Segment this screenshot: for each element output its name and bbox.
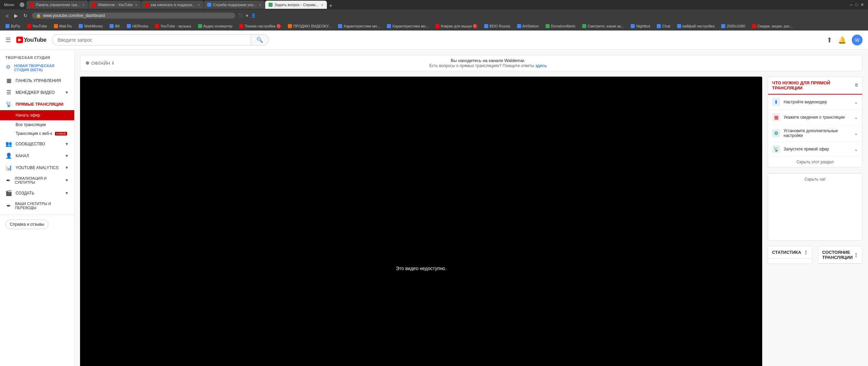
sidebar-item-new-studio[interactable]: ⚙ НОВАЯ ТВОРЧЕСКАЯ СТУДИЯ (БЕТА) [0,61,74,75]
bookmark-youtube[interactable]: YouTube [24,23,50,29]
bookmark-artstation[interactable]: ArtStation [514,23,541,29]
browser-tab-3[interactable]: как написать в поддерж... ✕ [141,1,203,9]
create-expand-icon[interactable]: ▼ [65,191,69,196]
sidebar-item-subtitles[interactable]: ✒ ВАШИ СУБТИТРЫ И ПЕРЕВОДЫ [0,199,74,212]
bookmark-chars2[interactable]: Характеристики мо... [384,23,431,29]
bookmark-resolution[interactable]: 868x366 [718,23,748,29]
bell-icon[interactable]: 🔔 [838,36,846,44]
tab-label-2: Waldemar - YouTube [98,3,133,7]
bookmark-nightbot[interactable]: Nightbot [628,23,653,29]
browser-tab-4[interactable]: Служба поддержки you... ✕ [204,1,265,9]
hide-chat-btn[interactable]: Скрыть чат [768,173,862,185]
yt-search-button[interactable]: 🔍 [251,34,269,45]
sidebar-item-channel[interactable]: 👤 КАНАЛ ▼ [0,150,74,162]
bookmark-webmoney[interactable]: WebMoney [76,23,105,29]
browser-tab-5[interactable]: Задать вопрос - Справк... ✕ [265,1,327,9]
yt-logo-icon: ▶ [16,37,23,43]
community-expand-icon[interactable]: ▼ [65,142,69,146]
sidebar-item-dashboard[interactable]: ▦ ПАНЕЛЬ УПРАВЛЕНИЯ [0,75,74,86]
tab-label-1: Панель управления тра... [36,3,80,7]
address-icons: ⬛ ★ 👤 [238,13,256,18]
what-needed-dots[interactable]: ⠿ [855,83,858,88]
bookmark-hdrezka[interactable]: HDRezka [124,23,151,29]
bookmark-ytmusic[interactable]: YouTube - музыка [152,23,194,29]
yt-search-input[interactable] [52,34,251,45]
feedback-button[interactable]: Справка и отзывы [5,220,48,229]
bookmark-chat[interactable]: Chat [654,23,673,29]
needed-item-start[interactable]: 📡 Запустите прямой эфир ⌄ [768,142,862,157]
yt-header-left: ☰ ▶ YouTube BY [5,36,46,44]
bookmark-audio[interactable]: Аудио конвертер [195,23,235,29]
bookmark-star-icon[interactable]: ★ [245,13,249,18]
sidebar-item-localization[interactable]: ✒ ЛОКАЛИЗАЦИЯ И СУБТИТРЫ ▼ [0,174,74,187]
win-btn-1[interactable] [20,2,24,7]
localization-expand-icon[interactable]: ▼ [65,178,69,183]
back-button[interactable]: ◀ [3,12,10,19]
user-avatar[interactable]: W [852,35,863,45]
needed-item-settings[interactable]: ⚙ Установите дополнительные настройки ⌄ [768,125,862,142]
bookmark-bdo[interactable]: BDO Russia [481,23,513,29]
bookmark-sell[interactable]: ПРОДАЮ ВИДЕОКУ... [285,23,334,29]
bookmark-mousepad[interactable]: Коврик для мыши 🔴 [433,23,480,29]
hamburger-menu[interactable]: ☰ [5,36,11,44]
bookmark-discounts[interactable]: Скидки, акции, рас... [749,23,796,29]
tab-close-3[interactable]: ✕ [197,3,200,7]
tab-close-1[interactable]: ✕ [82,3,85,7]
sidebar-item-analytics[interactable]: 📊 YOUTUBE ANALYTICS ▼ [0,162,74,174]
bookmark-mailru[interactable]: Mail.Ru [51,23,75,29]
video-manager-expand-icon[interactable]: ▼ [65,90,69,95]
maximize-button[interactable]: □ [855,2,858,7]
bookmark-wifi[interactable]: вайфай настройка [674,23,717,29]
bookmark-tuning[interactable]: Тонкая настройка 🔴 [237,23,284,29]
tab-close-2[interactable]: ✕ [135,3,138,7]
status-offline: ОФЛАЙН ℹ [86,61,114,66]
sidebar-subitem-all-streams[interactable]: Все трансляции [0,120,74,129]
browser-tab-1[interactable]: Панель управления тра... ✕ [26,1,88,9]
bookmark-byfly[interactable]: ByFly [3,23,23,29]
close-button[interactable]: ✕ [861,2,864,7]
extensions-icon[interactable]: ⬛ [238,13,243,18]
sidebar-item-live[interactable]: 📡 ПРЯМЫЕ ТРАНСЛЯЦИИ [0,98,74,110]
sidebar-item-video-manager[interactable]: ☰ МЕНЕДЖЕР ВИДЕО ▼ [0,86,74,98]
browser-tab-2[interactable]: Waldemar - YouTube ✕ [88,1,141,9]
bookmark-icon-audio [198,24,202,28]
bookmark-donationalerts[interactable]: DonationAlerts [543,23,578,29]
analytics-expand-icon[interactable]: ▼ [65,165,69,170]
yt-logo[interactable]: ▶ YouTube BY [16,37,46,43]
main-panel: Это видео недоступно. ▶ 🔇 ● В ЭФИРЕ 📷 ⚙ … [80,77,762,366]
tab-close-5[interactable]: ✕ [321,3,323,7]
sidebar-item-community[interactable]: 👥 СООБЩЕСТВО ▼ [0,138,74,150]
status-info-icon[interactable]: ℹ [112,61,114,65]
stream-status-dots[interactable]: ⋮ [854,252,858,258]
bookmark-icon-bk [110,24,114,28]
bookmark-icon-ytmusic [155,24,159,28]
status-help-link[interactable]: здесь [535,63,547,68]
yt-search-wrap: 🔍 [52,34,269,45]
upload-icon[interactable]: ⬆ [827,36,832,44]
bookmark-sale[interactable]: Смотрите, какая ак... [579,23,627,29]
user-profile-icon[interactable]: 👤 [251,13,256,18]
sidebar-item-create[interactable]: 🎬 СОЗДАТЬ ▼ [0,187,74,199]
needed-item-encoder[interactable]: ⬇ Настройте видеокодер ⌄ [768,95,862,110]
sidebar-subitem-webcam[interactable]: Трансляция с веб-к НОВОЕ [0,129,74,138]
new-tab-button[interactable]: + [327,3,334,9]
bookmark-chars1[interactable]: Характеристики мо... [335,23,382,29]
tabs-container: Панель управления тра... ✕ Waldemar - Yo… [26,1,847,9]
minimize-button[interactable]: ─ [850,2,853,7]
additional-settings-label: Установите дополнительные настройки [784,128,851,138]
sidebar-icon-analytics: 📊 [5,164,12,171]
address-input[interactable] [43,13,231,18]
refresh-button[interactable]: ↻ [22,12,29,19]
channel-expand-icon[interactable]: ▼ [65,154,69,158]
tab-close-4[interactable]: ✕ [259,3,261,7]
stats-dots[interactable]: ⋮ [804,250,808,255]
bookmark-label-sell: ПРОДАЮ ВИДЕОКУ... [293,24,331,28]
bookmark-bk[interactable]: BK [107,23,123,29]
status-bar: ОФЛАЙН ℹ Вы находитесь на канале Waldema… [80,55,863,71]
needed-item-info[interactable]: ▦ Укажите сведения о трансляции ⌄ [768,110,862,125]
hide-section-btn[interactable]: Скрыть этот раздел [768,157,862,167]
sidebar-icon-subtitles: ✒ [5,203,12,209]
menu-button[interactable]: Меню [1,3,17,7]
sidebar-subitem-start-stream[interactable]: Начать эфир [0,110,74,120]
forward-button[interactable]: ▶ [12,12,20,19]
